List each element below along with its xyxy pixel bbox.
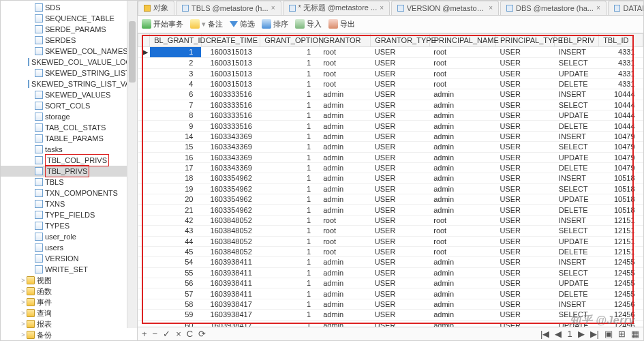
cell[interactable]: admin [319, 173, 371, 183]
cell[interactable]: 1 [260, 194, 319, 205]
column-header[interactable]: GRANTOR_TYPE [371, 33, 429, 46]
cell[interactable]: SELECT [555, 267, 599, 278]
cell[interactable]: 1 [150, 46, 202, 57]
cell[interactable]: USER [371, 288, 429, 299]
cell[interactable]: 14 [150, 131, 202, 141]
cell[interactable]: USER [495, 310, 554, 320]
cell[interactable]: root [429, 236, 495, 246]
cell[interactable]: root [319, 46, 371, 57]
cell[interactable]: 1600315013 [201, 78, 260, 89]
table-row[interactable]: 5516039384111adminUSERadminUSERSELECT124… [138, 267, 643, 278]
tree-item[interactable]: SORT_COLS [1, 100, 137, 111]
cell[interactable]: admin [319, 257, 371, 267]
expand-icon[interactable]: > [20, 286, 27, 297]
cell[interactable]: admin [319, 310, 371, 320]
cell[interactable]: admin [319, 299, 371, 309]
table-row[interactable]: 4316038480521rootUSERrootUSERSELECT12151 [138, 226, 643, 236]
cell[interactable]: USER [371, 320, 429, 327]
cell[interactable]: 12455 [599, 267, 643, 278]
tree-item[interactable]: TYPES [1, 220, 137, 231]
table-row[interactable]: 5916039384171adminUSERadminUSERSELECT124… [138, 310, 643, 320]
cell[interactable]: USER [371, 152, 429, 162]
cell[interactable]: 1 [260, 100, 319, 110]
cell[interactable]: 1603848052 [201, 236, 260, 246]
tree-item[interactable]: SERDES [1, 35, 137, 46]
cell[interactable]: 1603938411 [201, 278, 260, 288]
cell[interactable]: 1 [260, 46, 319, 57]
cell[interactable]: USER [495, 320, 554, 327]
cell[interactable]: USER [495, 299, 554, 309]
cell[interactable]: 10444 [599, 110, 643, 121]
cell[interactable]: 1603333516 [201, 121, 260, 131]
cell[interactable]: 4331 [599, 58, 643, 68]
cell[interactable]: 10518 [599, 194, 643, 205]
cell[interactable]: admin [319, 152, 371, 162]
statusbar-button[interactable]: ⟳ [198, 329, 206, 339]
cell[interactable]: root [429, 68, 495, 78]
cell[interactable]: 10479 [599, 162, 643, 173]
cell[interactable]: admin [319, 194, 371, 205]
export-button[interactable]: 导出 [328, 19, 355, 29]
tree-item[interactable]: >备份 [1, 329, 137, 340]
column-header[interactable]: TBL_ID [599, 33, 643, 46]
cell[interactable]: admin [319, 162, 371, 173]
cell[interactable]: 1603938417 [201, 299, 260, 309]
cell[interactable]: 1 [260, 68, 319, 78]
statusbar-button[interactable]: ◀ [555, 329, 562, 339]
column-header[interactable]: TBL_PRIV [555, 33, 599, 46]
cell[interactable]: 16 [150, 152, 202, 162]
cell[interactable]: INSERT [555, 89, 599, 100]
statusbar-button[interactable]: ✓ [163, 329, 170, 339]
cell[interactable]: USER [495, 152, 554, 162]
cell[interactable]: USER [495, 173, 554, 183]
cell[interactable]: USER [495, 131, 554, 141]
cell[interactable]: DELETE [555, 78, 599, 89]
cell[interactable]: USER [495, 78, 554, 89]
cell[interactable]: admin [429, 288, 495, 299]
cell[interactable]: 20 [150, 194, 202, 205]
cell[interactable]: 12455 [599, 257, 643, 267]
cell[interactable]: root [319, 78, 371, 89]
cell[interactable]: INSERT [555, 131, 599, 141]
cell[interactable]: admin [429, 310, 495, 320]
column-header[interactable]: GRANT_OPTION [260, 33, 319, 46]
tree-item[interactable]: >报表 [1, 318, 137, 329]
cell[interactable]: 1600315013 [201, 58, 260, 68]
tree-item[interactable]: storage [1, 111, 137, 122]
cell[interactable]: UPDATE [555, 236, 599, 246]
cell[interactable]: DELETE [555, 288, 599, 299]
cell[interactable]: 12456 [599, 320, 643, 327]
tree-item[interactable]: >事件 [1, 297, 137, 308]
close-icon[interactable]: × [596, 4, 600, 12]
cell[interactable]: root [429, 215, 495, 225]
table-row[interactable]: 1416033433691adminUSERadminUSERINSERT104… [138, 131, 643, 141]
cell[interactable]: USER [495, 121, 554, 131]
cell[interactable]: 1603333516 [201, 110, 260, 121]
table-row[interactable]: 4516038480521rootUSERrootUSERDELETE12151 [138, 246, 643, 256]
cell[interactable]: UPDATE [555, 320, 599, 327]
cell[interactable]: 1603354962 [201, 194, 260, 205]
cell[interactable]: 1603354962 [201, 183, 260, 194]
cell[interactable]: 8 [150, 110, 202, 121]
cell[interactable]: 1 [260, 236, 319, 246]
cell[interactable]: DELETE [555, 246, 599, 256]
note-button[interactable]: ▾备注 [190, 19, 223, 29]
cell[interactable]: 1 [260, 288, 319, 299]
cell[interactable]: 12151 [599, 236, 643, 246]
cell[interactable]: 1 [260, 162, 319, 173]
cell[interactable]: root [319, 215, 371, 225]
cell[interactable]: USER [495, 226, 554, 236]
cell[interactable]: SELECT [555, 183, 599, 194]
cell[interactable]: 12456 [599, 310, 643, 320]
cell[interactable]: SELECT [555, 142, 599, 152]
cell[interactable]: 17 [150, 162, 202, 173]
cell[interactable]: USER [371, 267, 429, 278]
start-transaction-button[interactable]: 开始事务 [142, 19, 183, 29]
cell[interactable]: 10444 [599, 89, 643, 100]
cell[interactable]: 4331 [599, 78, 643, 89]
tree-item[interactable]: >函数 [1, 286, 137, 297]
cell[interactable]: USER [371, 110, 429, 121]
cell[interactable]: USER [371, 226, 429, 236]
cell[interactable]: 12455 [599, 278, 643, 288]
tree-item[interactable]: >视图 [1, 275, 137, 286]
